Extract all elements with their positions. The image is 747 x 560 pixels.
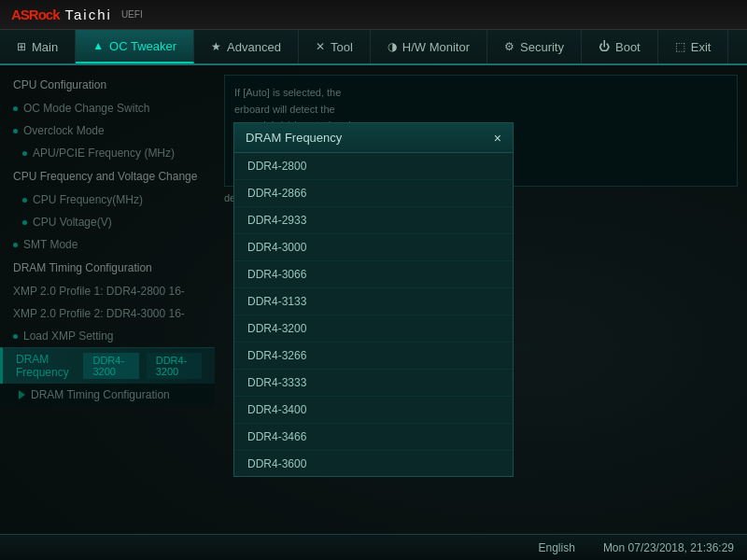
main-content: CPU Configuration OC Mode Change Switch … [0,65,747,534]
modal-title: DRAM Frequency [246,131,342,145]
modal-body[interactable]: DDR4-2800 DDR4-2866 DDR4-2933 DDR4-3000 … [234,153,513,476]
freq-option-ddr4-2800[interactable]: DDR4-2800 [234,153,513,180]
exit-icon: ⬚ [675,40,685,53]
freq-option-ddr4-2933[interactable]: DDR4-2933 [234,207,513,234]
main-icon: ⊞ [17,40,26,53]
boot-icon: ⏻ [599,40,610,53]
freq-option-ddr4-3466[interactable]: DDR4-3466 [234,424,513,451]
advanced-icon: ★ [211,40,221,53]
nav-oc-tweaker-label: OC Tweaker [109,39,176,53]
freq-option-ddr4-3333[interactable]: DDR4-3333 [234,370,513,397]
freq-option-ddr4-3000[interactable]: DDR4-3000 [234,234,513,261]
nav-oc-tweaker[interactable]: ▲ OC Tweaker [76,30,194,63]
freq-option-ddr4-3600[interactable]: DDR4-3600 [234,451,513,476]
freq-option-ddr4-2866[interactable]: DDR4-2866 [234,180,513,207]
modal-close-button[interactable]: × [494,132,501,145]
brand: ASRock Taichi UEFI [11,7,143,22]
nav-tool[interactable]: ✕ Tool [299,30,371,63]
freq-option-ddr4-3266[interactable]: DDR4-3266 [234,343,513,370]
nav-hw-monitor-label: H/W Monitor [402,40,470,54]
dram-frequency-modal: DRAM Frequency × DDR4-2800 DDR4-2866 DDR… [233,122,514,477]
brand-logo: ASRock [11,7,60,22]
nav-boot[interactable]: ⏻ Boot [582,30,658,63]
brand-uefi: UEFI [121,9,143,20]
nav-hw-monitor[interactable]: ◑ H/W Monitor [371,30,487,63]
hw-monitor-icon: ◑ [388,40,397,53]
nav-exit-label: Exit [691,40,712,54]
statusbar-language: English [539,541,575,554]
nav-boot-label: Boot [615,40,641,54]
statusbar-datetime: Mon 07/23/2018, 21:36:29 [603,541,734,554]
nav-main-label: Main [32,40,58,54]
header: ASRock Taichi UEFI [0,0,747,30]
statusbar: English Mon 07/23/2018, 21:36:29 [0,534,747,560]
freq-option-ddr4-3133[interactable]: DDR4-3133 [234,288,513,315]
nav-tool-label: Tool [331,40,353,54]
tool-icon: ✕ [316,40,325,53]
brand-taichi: Taichi [65,7,112,22]
freq-option-ddr4-3400[interactable]: DDR4-3400 [234,397,513,424]
nav-exit[interactable]: ⬚ Exit [658,30,729,63]
nav-main[interactable]: ⊞ Main [0,30,76,63]
security-icon: ⚙ [504,40,514,53]
freq-option-ddr4-3066[interactable]: DDR4-3066 [234,261,513,288]
nav-advanced[interactable]: ★ Advanced [194,30,299,63]
freq-option-ddr4-3200[interactable]: DDR4-3200 [234,315,513,343]
oc-tweaker-icon: ▲ [92,39,104,52]
nav-security-label: Security [520,40,564,54]
modal-header: DRAM Frequency × [234,123,513,153]
nav-security[interactable]: ⚙ Security [487,30,582,63]
navbar: ⊞ Main ▲ OC Tweaker ★ Advanced ✕ Tool ◑ … [0,30,747,65]
nav-advanced-label: Advanced [227,40,281,54]
modal-overlay: DRAM Frequency × DDR4-2800 DDR4-2866 DDR… [0,65,747,534]
